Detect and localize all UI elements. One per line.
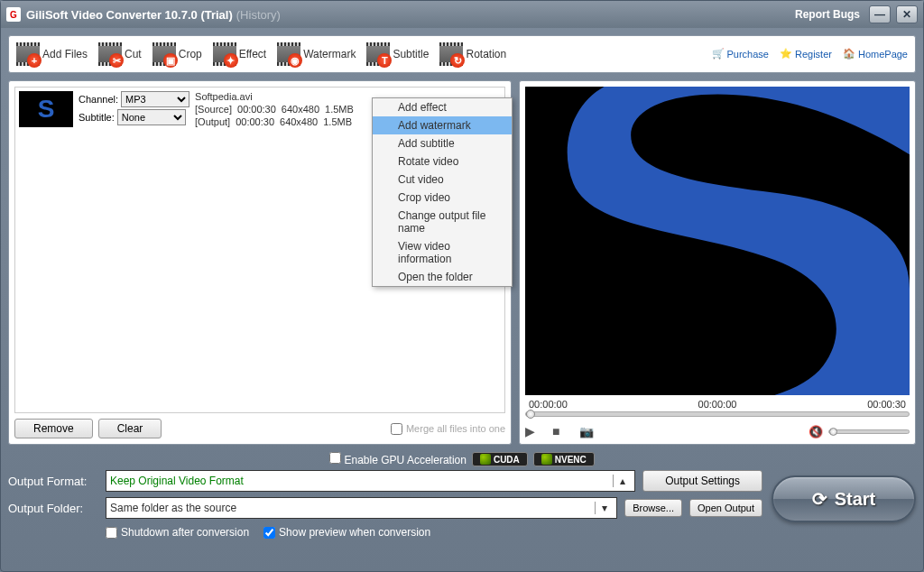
star-icon: ⭐ bbox=[780, 48, 792, 60]
output-folder-label: Output Folder: bbox=[8, 502, 98, 515]
preview-panel: 00:00:0000:00:0000:00:30 ▶ ■ 📷 🔇 bbox=[519, 80, 916, 445]
menu-add-effect[interactable]: Add effect bbox=[373, 98, 512, 116]
cart-icon: 🛒 bbox=[712, 48, 725, 60]
toolbar: +Add Files ✂Cut ▣Crop ✦Effect ◉Watermark… bbox=[8, 35, 916, 73]
output-folder-select[interactable]: Same folder as the source▾ bbox=[106, 497, 617, 519]
app-icon: G bbox=[6, 7, 21, 22]
file-name: Softpedia.avi bbox=[195, 91, 354, 102]
history-link[interactable]: (History) bbox=[236, 8, 281, 22]
stop-button[interactable]: ■ bbox=[552, 424, 570, 438]
crop-button[interactable]: ▣Crop bbox=[152, 42, 202, 66]
menu-open-folder[interactable]: Open the folder bbox=[373, 268, 512, 286]
start-button[interactable]: ⟳Start bbox=[772, 475, 916, 522]
file-list-panel: S Channel:MP3 Subtitle:None Softpedia.av… bbox=[8, 80, 512, 445]
volume-slider[interactable] bbox=[828, 429, 910, 434]
effect-button[interactable]: ✦Effect bbox=[213, 42, 266, 66]
effect-icon: ✦ bbox=[224, 53, 238, 68]
remove-button[interactable]: Remove bbox=[14, 419, 93, 438]
crop-icon: ▣ bbox=[163, 53, 178, 68]
output-format-select[interactable]: Keep Original Video Format▴ bbox=[106, 470, 635, 492]
snapshot-button[interactable]: 📷 bbox=[579, 424, 597, 438]
nvenc-badge: NVENC bbox=[533, 452, 595, 466]
clear-button[interactable]: Clear bbox=[98, 419, 162, 438]
plus-icon: + bbox=[27, 53, 42, 68]
output-format-label: Output Format: bbox=[8, 475, 98, 488]
preview-checkbox-label[interactable]: Show preview when conversion bbox=[263, 526, 430, 539]
close-button[interactable]: ✕ bbox=[896, 5, 918, 23]
thumbnail: S bbox=[19, 91, 73, 127]
scissors-icon: ✂ bbox=[109, 53, 124, 68]
channel-label: Channel: bbox=[79, 94, 118, 105]
preview-checkbox[interactable] bbox=[263, 527, 275, 539]
report-bugs-link[interactable]: Report Bugs bbox=[795, 8, 860, 21]
merge-checkbox-label[interactable]: Merge all files into one bbox=[391, 423, 505, 435]
shutdown-checkbox-label[interactable]: Shutdown after conversion bbox=[106, 526, 249, 539]
refresh-icon: ⟳ bbox=[812, 488, 827, 510]
menu-crop[interactable]: Crop video bbox=[373, 189, 512, 207]
context-menu: Add effect Add watermark Add subtitle Ro… bbox=[372, 97, 513, 287]
cut-button[interactable]: ✂Cut bbox=[98, 42, 142, 66]
homepage-link[interactable]: 🏠HomePage bbox=[843, 48, 908, 60]
add-files-button[interactable]: +Add Files bbox=[16, 42, 88, 66]
rotation-button[interactable]: ↻Rotation bbox=[439, 42, 506, 66]
preview-area bbox=[525, 87, 910, 395]
menu-info[interactable]: View video information bbox=[373, 237, 512, 268]
merge-checkbox[interactable] bbox=[391, 423, 402, 435]
purchase-link[interactable]: 🛒Purchase bbox=[712, 48, 769, 60]
menu-cut[interactable]: Cut video bbox=[373, 171, 512, 189]
gpu-row: Enable GPU Acceleration CUDA NVENC bbox=[8, 452, 916, 466]
window-title: GiliSoft Video Converter 10.7.0 (Trial) bbox=[26, 8, 233, 22]
home-icon: 🏠 bbox=[843, 48, 855, 60]
chevron-down-icon: ▾ bbox=[595, 502, 613, 514]
cuda-badge: CUDA bbox=[472, 452, 528, 466]
subtitle-select[interactable]: None bbox=[117, 109, 186, 125]
chevron-up-icon: ▴ bbox=[613, 475, 631, 487]
channel-select[interactable]: MP3 bbox=[121, 91, 189, 107]
minimize-button[interactable]: — bbox=[869, 5, 891, 23]
subtitle-button[interactable]: TSubtitle bbox=[366, 42, 429, 66]
gpu-checkbox-label[interactable]: Enable GPU Acceleration bbox=[329, 452, 467, 466]
preview-image bbox=[525, 87, 910, 395]
subtitle-label: Subtitle: bbox=[79, 112, 115, 123]
menu-add-subtitle[interactable]: Add subtitle bbox=[373, 134, 512, 152]
gpu-checkbox[interactable] bbox=[329, 452, 341, 464]
menu-rename[interactable]: Change output file name bbox=[373, 207, 512, 237]
camera-icon: 📷 bbox=[579, 425, 594, 438]
register-link[interactable]: ⭐Register bbox=[780, 48, 832, 60]
menu-rotate[interactable]: Rotate video bbox=[373, 152, 512, 171]
menu-add-watermark[interactable]: Add watermark bbox=[373, 116, 512, 134]
shutdown-checkbox[interactable] bbox=[106, 527, 117, 539]
seek-slider[interactable] bbox=[525, 411, 910, 417]
play-button[interactable]: ▶ bbox=[525, 424, 543, 438]
output-settings-button[interactable]: Output Settings bbox=[642, 470, 762, 492]
browse-button[interactable]: Browse... bbox=[624, 499, 682, 517]
timeline-labels: 00:00:0000:00:0000:00:30 bbox=[525, 399, 910, 410]
app-window: G GiliSoft Video Converter 10.7.0 (Trial… bbox=[0, 0, 924, 572]
titlebar: G GiliSoft Video Converter 10.7.0 (Trial… bbox=[1, 1, 923, 28]
open-output-button[interactable]: Open Output bbox=[689, 499, 762, 517]
watermark-button[interactable]: ◉Watermark bbox=[277, 42, 356, 66]
volume-icon[interactable]: 🔇 bbox=[808, 425, 823, 438]
